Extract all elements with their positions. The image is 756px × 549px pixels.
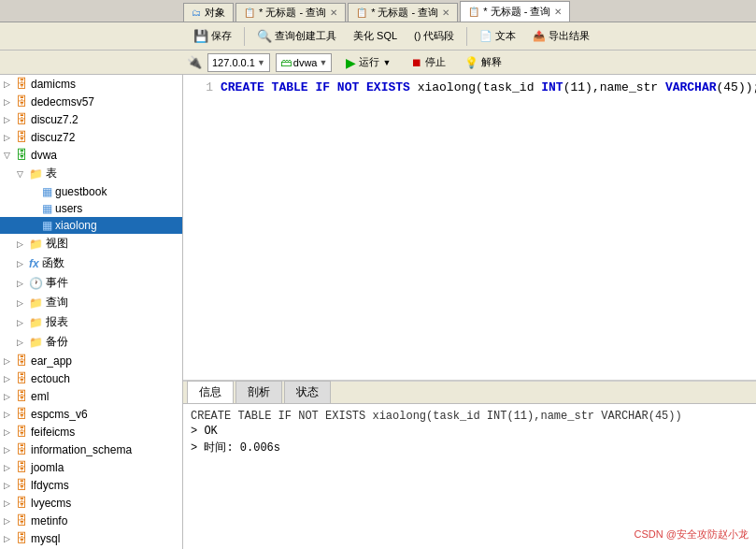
tab-query-3[interactable]: 📋 * 无标题 - 查询 ✕	[460, 1, 570, 22]
toolbar-sep1	[244, 27, 245, 46]
save-button[interactable]: 💾 保存	[187, 26, 238, 46]
sidebar-item-espcms-v6[interactable]: ▷ 🗄 espcms_v6	[0, 405, 182, 423]
sql-editor[interactable]: 1 CREATE TABLE IF NOT EXISTS xiaolong(ta…	[183, 75, 756, 381]
host-select[interactable]: 127.0.0.1 ▼	[207, 53, 270, 72]
export-icon: 📤	[533, 30, 546, 42]
db-label: discuz7.2	[31, 113, 78, 126]
events-label: 事件	[46, 275, 68, 291]
sidebar-item-events[interactable]: ▷ 🕐 事件	[0, 273, 182, 293]
db-expand-icon: ▷	[4, 463, 13, 472]
sidebar-item-mysql[interactable]: ▷ 🗄 mysql	[0, 529, 182, 547]
db-label: mysql	[31, 532, 60, 545]
backup-folder-icon: 📁	[29, 336, 43, 349]
sidebar-item-queries[interactable]: ▷ 📁 查询	[0, 293, 182, 312]
result-sql-line: CREATE TABLE IF NOT EXISTS xiaolong(task…	[191, 410, 749, 423]
db-expand-icon: ▷	[4, 133, 13, 142]
sidebar-item-dedecmsv57[interactable]: ▷ 🗄 dedecmsv57	[0, 93, 182, 110]
db-icon: 🗄	[16, 531, 28, 545]
db-expand-icon: ▽	[4, 151, 13, 160]
sidebar-item-discuz72[interactable]: ▷ 🗄 discuz7.2	[0, 110, 182, 128]
sidebar-item-discuz72b[interactable]: ▷ 🗄 discuz72	[0, 128, 182, 146]
sidebar-item-xiaolong[interactable]: ▦ xiaolong	[0, 217, 182, 234]
toolbar-sep2	[466, 27, 467, 46]
sidebar-item-joomla[interactable]: ▷ 🗄 joomla	[0, 458, 182, 476]
sidebar-item-ectouch[interactable]: ▷ 🗄 ectouch	[0, 369, 182, 387]
table-label: xiaolong	[55, 219, 97, 232]
query1-tab-close[interactable]: ✕	[330, 7, 337, 18]
db-expand-icon: ▷	[4, 498, 13, 508]
text-icon: 📄	[479, 30, 492, 42]
tab-object[interactable]: 🗂 对象	[183, 3, 234, 22]
text-button[interactable]: 📄 文本	[473, 26, 522, 46]
sidebar-item-lfdycms[interactable]: ▷ 🗄 lfdycms	[0, 476, 182, 494]
db-icon: 🗄	[16, 460, 28, 474]
result-tab-profile[interactable]: 剖析	[235, 381, 282, 403]
sidebar-item-lvyecms[interactable]: ▷ 🗄 lvyecms	[0, 494, 182, 512]
db-expand-icon: ▷	[4, 516, 13, 526]
views-label: 视图	[46, 236, 68, 252]
table-icon: ▦	[42, 219, 52, 232]
queries-label: 查询	[46, 295, 68, 311]
query2-tab-icon: 📋	[356, 7, 367, 18]
db-expand-icon: ▷	[4, 79, 13, 89]
tab-query-1[interactable]: 📋 * 无标题 - 查询 ✕	[235, 3, 346, 22]
db-icon: 🗄	[16, 148, 28, 162]
explain-button[interactable]: 💡 解释	[458, 52, 508, 72]
functions-folder-icon: fx	[29, 257, 39, 270]
db-label: lfdycms	[31, 479, 69, 492]
db-icon: 🗄	[16, 371, 28, 385]
sidebar-item-metinfo[interactable]: ▷ 🗄 metinfo	[0, 512, 182, 529]
db-icon: 🗄	[16, 513, 28, 527]
code-button[interactable]: () 代码段	[407, 26, 461, 46]
run-button[interactable]: ▶ 运行 ▼	[337, 52, 399, 73]
beautify-button[interactable]: 美化 SQL	[347, 26, 404, 46]
sidebar: ▷ 🗄 damicms ▷ 🗄 dedecmsv57 ▷ 🗄 discuz7.2…	[0, 75, 183, 549]
sidebar-item-feifeicms[interactable]: ▷ 🗄 feifeicms	[0, 423, 182, 441]
db-dropdown-icon: ▼	[319, 58, 327, 67]
folder-expand-icon: ▷	[17, 259, 26, 268]
db-icon: 🗄	[16, 442, 28, 456]
sidebar-item-information-schema[interactable]: ▷ 🗄 information_schema	[0, 441, 182, 458]
query3-tab-close[interactable]: ✕	[554, 7, 562, 17]
table-folder-icon: 📁	[29, 167, 43, 181]
sidebar-item-tables[interactable]: ▽ 📁 表	[0, 164, 182, 183]
sidebar-item-dvwa[interactable]: ▽ 🗄 dvwa	[0, 146, 182, 164]
db-label: metinfo	[31, 514, 67, 527]
db-label: lvyecms	[31, 497, 71, 510]
sidebar-item-backup[interactable]: ▷ 📁 备份	[0, 332, 182, 352]
db-icon: 🗄	[16, 130, 28, 144]
result-tab-status[interactable]: 状态	[284, 381, 331, 403]
sidebar-item-users[interactable]: ▦ users	[0, 200, 182, 217]
sidebar-item-damicms[interactable]: ▷ 🗄 damicms	[0, 75, 182, 93]
db-label: ear_app	[31, 354, 72, 368]
folder-expand-icon: ▷	[17, 279, 26, 288]
sidebar-item-functions[interactable]: ▷ fx 函数	[0, 253, 182, 273]
db-label: dedecmsv57	[31, 95, 94, 108]
export-button[interactable]: 📤 导出结果	[526, 26, 596, 46]
db-label: joomla	[31, 461, 64, 474]
db-label: damicms	[31, 78, 76, 91]
stop-button[interactable]: ⏹ 停止	[405, 52, 452, 72]
explain-icon: 💡	[464, 56, 478, 69]
sql-code2: TABLE	[272, 80, 316, 94]
sql-type1: INT	[541, 80, 563, 94]
query-tool-button[interactable]: 🔍 查询创建工具	[250, 26, 343, 46]
sidebar-item-reports[interactable]: ▷ 📁 报表	[0, 312, 182, 332]
result-tab-info[interactable]: 信息	[187, 381, 234, 403]
db-icon: 🗄	[16, 77, 28, 91]
sidebar-item-ear-app[interactable]: ▷ 🗄 ear_app	[0, 352, 182, 369]
run-icon: ▶	[346, 55, 356, 70]
query2-tab-close[interactable]: ✕	[442, 7, 449, 18]
sidebar-item-eml[interactable]: ▷ 🗄 eml	[0, 387, 182, 405]
query3-tab-icon: 📋	[468, 7, 479, 17]
db-select[interactable]: 🗃 dvwa ▼	[276, 53, 333, 72]
run-dropdown-icon: ▼	[382, 58, 391, 67]
db-expand-icon: ▷	[4, 427, 13, 437]
sidebar-item-guestbook[interactable]: ▦ guestbook	[0, 183, 182, 200]
tab-query-2[interactable]: 📋 * 无标题 - 查询 ✕	[348, 3, 458, 22]
connection-bar: 🔌 127.0.0.1 ▼ 🗃 dvwa ▼ ▶ 运行 ▼ ⏹ 停止 💡 解释	[0, 51, 756, 75]
db-label: information_schema	[31, 443, 132, 456]
sql-type2: VARCHAR	[665, 80, 717, 94]
sidebar-item-views[interactable]: ▷ 📁 视图	[0, 234, 182, 253]
db-label: discuz72	[31, 131, 75, 144]
